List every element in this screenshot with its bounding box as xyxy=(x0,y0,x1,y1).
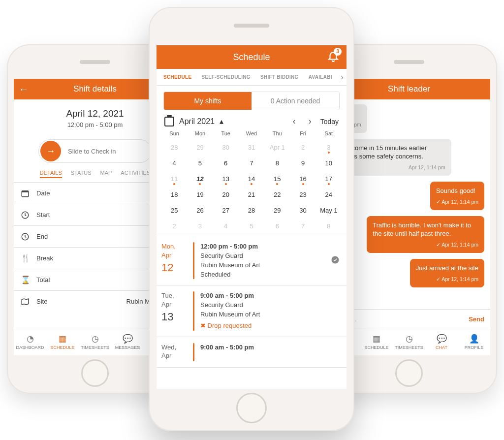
tab-status[interactable]: STATUS xyxy=(71,170,92,178)
segment-my-shifts[interactable]: My shifts xyxy=(164,92,252,110)
calendar-day[interactable]: 19 xyxy=(187,187,213,202)
calendar-day[interactable]: Apr 1 xyxy=(264,139,290,155)
calendar-day[interactable]: 27 xyxy=(213,202,239,218)
send-button[interactable]: Send xyxy=(469,315,484,323)
top-tabs: SCHEDULE SELF-SCHEDULING SHIFT BIDDING A… xyxy=(157,69,346,86)
home-button[interactable] xyxy=(81,359,109,387)
nav-label: SCHEDULE xyxy=(50,345,74,350)
calendar-day[interactable]: 15 xyxy=(264,171,290,187)
nav-schedule[interactable]: ▦SCHEDULE xyxy=(360,329,393,355)
calendar-day[interactable]: 11 xyxy=(161,171,187,187)
calendar-day[interactable]: 6 xyxy=(213,155,239,171)
calendar-day[interactable]: 10 xyxy=(316,155,342,171)
calendar-icon xyxy=(164,117,174,126)
notifications-button[interactable]: 3 xyxy=(327,50,340,65)
calendar-day[interactable]: 23 xyxy=(290,187,315,202)
calendar-day[interactable]: 25 xyxy=(161,202,187,218)
home-button[interactable] xyxy=(236,393,267,423)
nav-label: SCHEDULE xyxy=(364,345,388,350)
today-button[interactable]: Today xyxy=(320,118,339,126)
calendar-day[interactable]: 14 xyxy=(239,171,264,187)
segment-control[interactable]: My shifts 0 Action needed xyxy=(163,92,340,110)
calendar-day[interactable]: 17 xyxy=(316,171,342,187)
home-button[interactable] xyxy=(395,359,423,387)
calendar-day[interactable]: 8 xyxy=(264,155,290,171)
nav-timesheets[interactable]: ◷TIMESHEETS xyxy=(79,329,111,355)
nav-timesheets[interactable]: ◷TIMESHEETS xyxy=(393,329,425,355)
calendar-day[interactable]: 5 xyxy=(239,218,264,234)
calendar-day[interactable]: 26 xyxy=(187,202,213,218)
calendar-day[interactable]: 29 xyxy=(264,202,290,218)
back-arrow-icon[interactable]: ← xyxy=(19,84,29,95)
dashboard-icon: ◔ xyxy=(27,335,34,344)
nav-profile[interactable]: 👤PROFILE xyxy=(458,329,490,355)
accent-bar xyxy=(193,291,194,330)
tab-details[interactable]: DETAILS xyxy=(40,170,62,178)
shift-row[interactable]: Wed,Apr9:00 am - 5:00 pm xyxy=(157,337,346,368)
tab-activities[interactable]: ACTIVITIES xyxy=(121,170,150,178)
calendar-day[interactable]: 16 xyxy=(290,171,315,187)
arrow-right-icon[interactable]: → xyxy=(40,141,61,161)
shift-list: Mon,Apr1212:00 pm - 5:00 pmSecurity Guar… xyxy=(157,236,346,368)
calendar-day[interactable]: 22 xyxy=(264,187,290,202)
calendar-day[interactable]: 2 xyxy=(290,139,315,155)
weekday-label: Tue xyxy=(213,130,239,136)
calendar-day[interactable]: 5 xyxy=(187,155,213,171)
accent-bar xyxy=(193,343,194,361)
calendar-day[interactable]: 31 xyxy=(239,139,264,155)
shift-row[interactable]: Tue,Apr139:00 am - 5:00 pmSecurity Guard… xyxy=(157,285,346,337)
caret-up-icon[interactable]: ▴ xyxy=(220,117,223,126)
nav-messages[interactable]: 💬MESSAGES xyxy=(111,329,144,355)
calendar-day[interactable]: 21 xyxy=(239,187,264,202)
calendar-day[interactable]: 7 xyxy=(239,155,264,171)
detail-label: Site xyxy=(36,298,47,305)
calendar-day[interactable]: 18 xyxy=(161,187,187,202)
calendar-day[interactable]: 8 xyxy=(316,218,342,234)
chat-bubble-out: Sounds good!✓ Apr 12, 1:14 pm xyxy=(430,182,484,210)
nav-chat[interactable]: 💬CHAT xyxy=(425,329,458,355)
nav-label: DASHBOARD xyxy=(16,345,44,350)
schedule-icon: ▦ xyxy=(59,335,66,344)
calendar-day[interactable]: 28 xyxy=(239,202,264,218)
calendar-day[interactable]: May 1 xyxy=(316,202,342,218)
calendar-day[interactable]: 3 xyxy=(187,218,213,234)
tab-availability[interactable]: AVAILABI xyxy=(309,74,332,80)
event-dot-icon xyxy=(199,183,201,185)
event-dot-icon xyxy=(251,183,252,185)
phone-center: Schedule 3 SCHEDULE SELF-SCHEDULING SHIF… xyxy=(149,7,354,431)
calendar-day[interactable]: 13 xyxy=(213,171,239,187)
tab-map[interactable]: MAP xyxy=(100,170,112,178)
map-icon xyxy=(21,297,32,306)
month-next[interactable]: › xyxy=(305,116,315,126)
calendar-day[interactable]: 28 xyxy=(161,139,187,155)
weekday-label: Sat xyxy=(316,130,342,136)
calendar-day[interactable]: 30 xyxy=(290,202,315,218)
message-text: Traffic is horrible. I won't make it to … xyxy=(373,221,478,238)
calendar-day[interactable]: 2 xyxy=(161,218,187,234)
calendar-day[interactable]: 12 xyxy=(187,171,213,187)
nav-schedule[interactable]: ▦SCHEDULE xyxy=(46,329,79,355)
calendar-day[interactable]: 3 xyxy=(316,139,342,155)
month-label[interactable]: April 2021 xyxy=(179,117,215,126)
calendar-day[interactable]: 7 xyxy=(290,218,315,234)
tab-schedule[interactable]: SCHEDULE xyxy=(163,74,191,80)
calendar-day[interactable]: 20 xyxy=(213,187,239,202)
segment-action-needed[interactable]: 0 Action needed xyxy=(252,92,339,110)
calendar-day[interactable]: 4 xyxy=(161,155,187,171)
calendar-day[interactable]: 29 xyxy=(187,139,213,155)
slide-to-check-in[interactable]: → Slide to Check in xyxy=(38,139,152,163)
calendar-day[interactable]: 6 xyxy=(264,218,290,234)
tab-shift-bidding[interactable]: SHIFT BIDDING xyxy=(260,74,299,80)
nav-dashboard[interactable]: ◔DASHBOARD xyxy=(14,329,46,355)
calendar-day[interactable]: 9 xyxy=(290,155,315,171)
chevron-right-icon[interactable]: › xyxy=(341,73,344,82)
calendar-day[interactable]: 4 xyxy=(213,218,239,234)
slide-label: Slide to Check in xyxy=(68,148,116,155)
shift-row[interactable]: Mon,Apr1212:00 pm - 5:00 pmSecurity Guar… xyxy=(157,236,346,285)
calendar-day[interactable]: 30 xyxy=(213,139,239,155)
tab-self-scheduling[interactable]: SELF-SCHEDULING xyxy=(201,74,251,80)
month-prev[interactable]: ‹ xyxy=(289,116,300,126)
message-timestamp: Apr 12, 1:14 pm xyxy=(340,164,445,171)
calendar-day[interactable]: 24 xyxy=(316,187,342,202)
month-bar: April 2021 ▴ ‹ › Today xyxy=(157,114,346,129)
